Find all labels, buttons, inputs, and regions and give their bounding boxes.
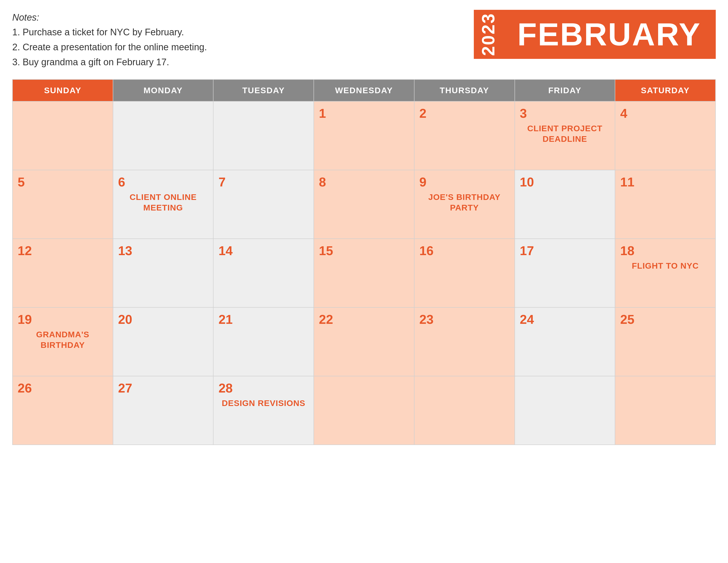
cell-day-number: 9 bbox=[419, 175, 510, 189]
calendar-header-row: SUNDAY MONDAY TUESDAY WEDNESDAY THURSDAY… bbox=[13, 79, 715, 101]
table-row: 24 bbox=[515, 308, 615, 376]
col-thursday: THURSDAY bbox=[414, 79, 515, 101]
cell-day-number: 10 bbox=[520, 175, 610, 189]
table-row: 14 bbox=[213, 239, 314, 308]
note-item-1: 1. Purchase a ticket for NYC by February… bbox=[12, 25, 207, 40]
table-row: 13 bbox=[113, 239, 213, 308]
cell-day-number: 22 bbox=[319, 312, 409, 327]
table-row bbox=[615, 376, 715, 445]
cell-event-label: DESIGN REVISIONS bbox=[218, 398, 309, 409]
cell-day-number: 21 bbox=[218, 312, 309, 327]
notes-section: Notes: 1. Purchase a ticket for NYC by F… bbox=[12, 10, 207, 69]
cell-day-number: 27 bbox=[118, 381, 208, 396]
note-item-3: 3. Buy grandma a gift on February 17. bbox=[12, 55, 207, 70]
cell-day-number: 3 bbox=[520, 106, 610, 121]
table-row bbox=[13, 101, 113, 170]
col-wednesday: WEDNESDAY bbox=[314, 79, 414, 101]
cell-event-label: FLIGHT TO NYC bbox=[620, 260, 710, 271]
table-row: 16 bbox=[414, 239, 515, 308]
table-row: 28DESIGN REVISIONS bbox=[213, 376, 314, 445]
table-row bbox=[414, 376, 515, 445]
table-row: 15 bbox=[314, 239, 414, 308]
cell-day-number: 11 bbox=[620, 175, 710, 189]
table-row: 22 bbox=[314, 308, 414, 376]
cell-day-number: 23 bbox=[419, 312, 510, 327]
cell-event-label: JOE'S BIRTHDAY PARTY bbox=[419, 192, 510, 213]
calendar-week-4: 19GRANDMA'S BIRTHDAY202122232425 bbox=[13, 308, 715, 376]
notes-list: 1. Purchase a ticket for NYC by February… bbox=[12, 25, 207, 69]
table-row: 25 bbox=[615, 308, 715, 376]
table-row: 3CLIENT PROJECT DEADLINE bbox=[515, 101, 615, 170]
table-row: 23 bbox=[414, 308, 515, 376]
cell-day-number: 15 bbox=[319, 243, 409, 258]
table-row bbox=[314, 376, 414, 445]
cell-day-number: 26 bbox=[18, 381, 108, 396]
table-row: 12 bbox=[13, 239, 113, 308]
table-row bbox=[213, 101, 314, 170]
table-row bbox=[113, 101, 213, 170]
table-row: 21 bbox=[213, 308, 314, 376]
cell-day-number: 16 bbox=[419, 243, 510, 258]
table-row bbox=[515, 376, 615, 445]
cell-day-number: 5 bbox=[18, 175, 108, 189]
table-row: 5 bbox=[13, 170, 113, 239]
cell-day-number: 7 bbox=[218, 175, 309, 189]
cell-day-number: 17 bbox=[520, 243, 610, 258]
calendar-table: SUNDAY MONDAY TUESDAY WEDNESDAY THURSDAY… bbox=[12, 79, 716, 445]
table-row: 10 bbox=[515, 170, 615, 239]
col-tuesday: TUESDAY bbox=[213, 79, 314, 101]
cell-event-label: CLIENT PROJECT DEADLINE bbox=[520, 123, 610, 144]
cell-day-number: 1 bbox=[319, 106, 409, 121]
table-row: 8 bbox=[314, 170, 414, 239]
table-row: 17 bbox=[515, 239, 615, 308]
col-friday: FRIDAY bbox=[515, 79, 615, 101]
table-row: 18FLIGHT TO NYC bbox=[615, 239, 715, 308]
header-section: Notes: 1. Purchase a ticket for NYC by F… bbox=[12, 10, 716, 69]
table-row: 1 bbox=[314, 101, 414, 170]
table-row: 19GRANDMA'S BIRTHDAY bbox=[13, 308, 113, 376]
col-monday: MONDAY bbox=[113, 79, 213, 101]
table-row: 4 bbox=[615, 101, 715, 170]
col-saturday: SATURDAY bbox=[615, 79, 715, 101]
cell-day-number: 24 bbox=[520, 312, 610, 327]
note-item-2: 2. Create a presentation for the online … bbox=[12, 40, 207, 55]
notes-title: Notes: bbox=[12, 12, 207, 23]
cell-day-number: 4 bbox=[620, 106, 710, 121]
year-label: 2023 bbox=[474, 10, 503, 59]
calendar-week-2: 56CLIENT ONLINE MEETING789JOE'S BIRTHDAY… bbox=[13, 170, 715, 239]
cell-day-number: 13 bbox=[118, 243, 208, 258]
cell-day-number: 18 bbox=[620, 243, 710, 258]
table-row: 7 bbox=[213, 170, 314, 239]
table-row: 20 bbox=[113, 308, 213, 376]
calendar-week-1: 123CLIENT PROJECT DEADLINE4 bbox=[13, 101, 715, 170]
cell-day-number: 19 bbox=[18, 312, 108, 327]
cell-day-number: 25 bbox=[620, 312, 710, 327]
month-header: 2023 FEBRUARY bbox=[474, 10, 716, 59]
month-label: FEBRUARY bbox=[503, 10, 716, 59]
table-row: 26 bbox=[13, 376, 113, 445]
table-row: 11 bbox=[615, 170, 715, 239]
cell-day-number: 8 bbox=[319, 175, 409, 189]
calendar-week-3: 12131415161718FLIGHT TO NYC bbox=[13, 239, 715, 308]
cell-event-label: CLIENT ONLINE MEETING bbox=[118, 192, 208, 213]
col-sunday: SUNDAY bbox=[13, 79, 113, 101]
table-row: 2 bbox=[414, 101, 515, 170]
cell-day-number: 28 bbox=[218, 381, 309, 396]
table-row: 9JOE'S BIRTHDAY PARTY bbox=[414, 170, 515, 239]
cell-day-number: 20 bbox=[118, 312, 208, 327]
cell-day-number: 2 bbox=[419, 106, 510, 121]
table-row: 27 bbox=[113, 376, 213, 445]
table-row: 6CLIENT ONLINE MEETING bbox=[113, 170, 213, 239]
cell-day-number: 6 bbox=[118, 175, 208, 189]
cell-day-number: 12 bbox=[18, 243, 108, 258]
cell-day-number: 14 bbox=[218, 243, 309, 258]
cell-event-label: GRANDMA'S BIRTHDAY bbox=[18, 329, 108, 350]
calendar-week-5: 262728DESIGN REVISIONS bbox=[13, 376, 715, 445]
